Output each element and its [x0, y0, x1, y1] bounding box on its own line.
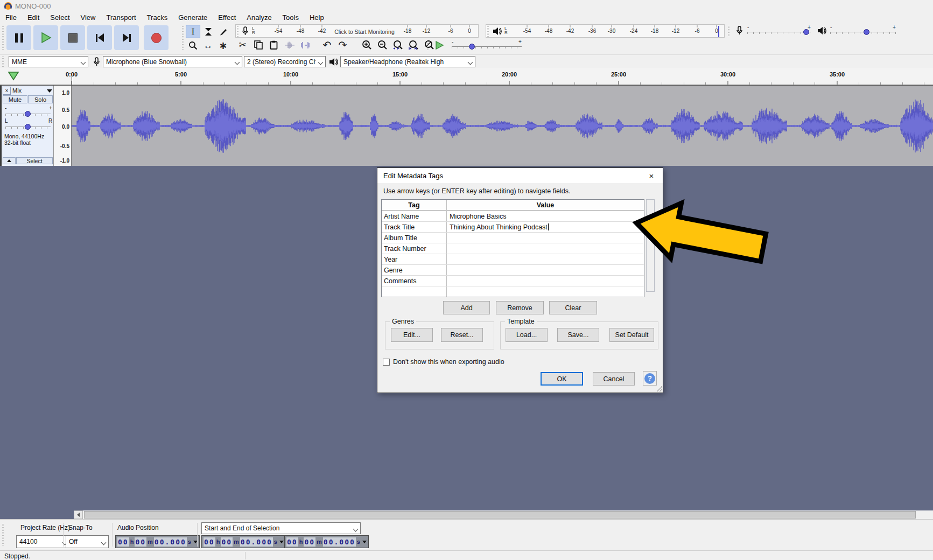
tag-cell[interactable]: Track Title	[382, 222, 447, 232]
audio-host-dropdown[interactable]: MME	[9, 56, 88, 67]
tag-cell[interactable]: Genre	[382, 265, 447, 275]
skip-to-start-button[interactable]	[87, 25, 112, 50]
time-segment[interactable]: m	[147, 538, 153, 545]
menu-item[interactable]: Generate	[173, 12, 213, 23]
load-template-button[interactable]: Load...	[506, 328, 548, 342]
dont-show-checkbox[interactable]: Don't show this when exporting audio	[383, 358, 504, 366]
time-segment[interactable]: m	[233, 538, 240, 545]
pan-slider[interactable]	[25, 124, 31, 130]
time-segment[interactable]: 00	[117, 537, 129, 547]
selection-end-field[interactable]: 00h00m00.000s	[284, 535, 369, 548]
tag-cell[interactable]: Comments	[382, 276, 447, 286]
menu-item[interactable]: Tools	[277, 12, 304, 23]
waveform-area[interactable]	[72, 86, 933, 166]
metadata-row[interactable]: Artist Name Microphone Basics	[382, 211, 644, 221]
time-segment[interactable]: h	[216, 538, 221, 545]
trim-audio-button[interactable]	[282, 38, 297, 52]
redo-button[interactable]: ↷	[335, 38, 350, 52]
menu-item[interactable]: Effect	[213, 12, 241, 23]
tag-cell[interactable]: Year	[382, 254, 447, 264]
recording-device-dropdown[interactable]: Microphone (Blue Snowball)	[103, 56, 242, 67]
dialog-resize-grip[interactable]	[656, 386, 662, 391]
metadata-row[interactable]: Year	[382, 254, 644, 264]
value-cell[interactable]	[447, 254, 644, 264]
track-menu-icon[interactable]	[47, 89, 52, 93]
horizontal-scrollbar-track[interactable]	[83, 510, 933, 519]
silence-audio-button[interactable]	[298, 38, 312, 52]
value-cell[interactable]: Microphone Basics	[447, 211, 644, 221]
dialog-close-button[interactable]: ×	[640, 168, 663, 183]
edit-genres-button[interactable]: Edit...	[391, 328, 433, 342]
timeline-ruler[interactable]: 0:00 5:00 10:00 15:00	[0, 68, 933, 85]
selection-start-field[interactable]: 00h00m00.000s	[201, 535, 286, 548]
waveform[interactable]	[72, 86, 933, 166]
copy-button[interactable]	[251, 38, 265, 52]
paste-button[interactable]	[266, 38, 281, 52]
checkbox-icon[interactable]	[383, 359, 390, 366]
play-at-speed-grip[interactable]	[427, 40, 429, 51]
time-segment[interactable]: 00	[221, 537, 233, 547]
value-cell[interactable]: Thinking About Thinking Podcast	[447, 222, 644, 232]
value-cell[interactable]	[447, 276, 644, 286]
snap-to-dropdown[interactable]: Off	[66, 535, 109, 548]
metadata-row[interactable]: Genre	[382, 264, 644, 275]
ok-button[interactable]: OK	[541, 372, 583, 386]
transport-toolbar-grip[interactable]	[2, 26, 4, 50]
recording-volume-slider[interactable]	[803, 29, 809, 35]
tools-toolbar-grip[interactable]	[182, 26, 184, 50]
metadata-row[interactable]: Comments	[382, 275, 644, 286]
mixer-toolbar-grip[interactable]	[728, 26, 729, 36]
clear-button[interactable]: Clear	[549, 301, 597, 314]
skip-to-end-button[interactable]	[114, 25, 139, 50]
audio-position-field[interactable]: 00h00m00.000s	[115, 535, 200, 548]
collapse-track-button[interactable]	[3, 157, 16, 164]
time-segment[interactable]: 00	[135, 537, 146, 547]
play-button[interactable]	[33, 25, 58, 50]
project-rate-dropdown[interactable]: 44100	[16, 535, 70, 548]
time-segment[interactable]: 00.000	[154, 537, 187, 547]
track-select-button[interactable]: Select	[16, 157, 53, 164]
record-button[interactable]	[144, 25, 169, 50]
dialog-title-bar[interactable]: Edit Metadata Tags ×	[377, 168, 663, 183]
mute-button[interactable]: Mute	[3, 95, 27, 103]
play-at-speed-button[interactable]	[431, 39, 447, 52]
recording-channels-dropdown[interactable]: 2 (Stereo) Recording Chan	[244, 56, 326, 67]
solo-button[interactable]: Solo	[28, 95, 53, 103]
add-button[interactable]: Add	[443, 301, 490, 314]
value-cell[interactable]	[447, 233, 644, 243]
gain-slider[interactable]	[25, 111, 31, 117]
vertical-scale-ruler[interactable]: 1.00.50.0-0.5-1.0	[54, 86, 72, 166]
remove-button[interactable]: Remove	[496, 301, 544, 314]
selection-mode-dropdown[interactable]: Start and End of Selection	[201, 522, 361, 534]
track-name[interactable]: Mix	[12, 87, 22, 94]
playback-device-dropdown[interactable]: Speaker/Headphone (Realtek High	[340, 56, 475, 67]
zoom-out-button[interactable]	[375, 38, 390, 52]
pinned-playhead-icon[interactable]	[8, 71, 19, 81]
cancel-button[interactable]: Cancel	[593, 372, 635, 386]
tag-cell[interactable]	[382, 286, 447, 297]
tag-cell[interactable]: Album Title	[382, 233, 447, 243]
time-segment[interactable]: s	[356, 538, 361, 545]
horizontal-scrollbar-thumb[interactable]	[84, 511, 916, 519]
value-cell[interactable]	[447, 286, 644, 297]
cut-button[interactable]: ✂	[235, 38, 250, 52]
track-close-button[interactable]: ×	[3, 87, 11, 95]
time-segment[interactable]: m	[316, 538, 322, 545]
menu-item[interactable]: Edit	[22, 12, 45, 23]
device-toolbar-grip[interactable]	[2, 57, 4, 67]
metadata-row[interactable]: Track Number	[382, 243, 644, 254]
time-segment[interactable]: 00.000	[240, 537, 273, 547]
envelope-tool-button[interactable]	[201, 25, 215, 38]
save-template-button[interactable]: Save...	[557, 328, 599, 342]
stop-button[interactable]	[60, 25, 85, 50]
menu-item[interactable]: Select	[45, 12, 75, 23]
play-speed-slider[interactable]	[469, 44, 475, 50]
menu-item[interactable]: Transport	[101, 12, 141, 23]
help-button[interactable]: ?	[643, 371, 657, 386]
time-segment[interactable]: h	[299, 538, 304, 545]
pause-button[interactable]	[6, 25, 31, 50]
metadata-row[interactable]: Track Title Thinking About Thinking Podc…	[382, 221, 644, 232]
selection-toolbar-grip[interactable]	[2, 524, 4, 545]
time-segment[interactable]: s	[187, 538, 192, 545]
time-format-dropdown-icon[interactable]	[362, 541, 367, 543]
